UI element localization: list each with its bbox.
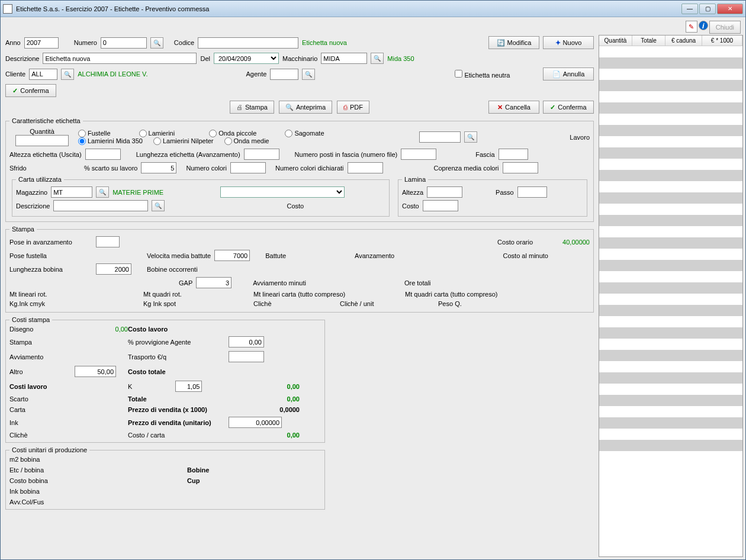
chiudi-button[interactable]: Chiudi	[709, 21, 741, 34]
totale-label: Totale	[128, 395, 229, 403]
coprenza-label: Coprenza media colori	[434, 165, 499, 172]
lamierini-radio[interactable]	[139, 130, 147, 137]
lamina-legend: Lamina	[402, 176, 428, 183]
altro-input[interactable]	[75, 366, 116, 377]
vel-label: Velocita media battute	[147, 252, 211, 259]
anno-input[interactable]	[24, 37, 59, 49]
magazzino-input[interactable]	[51, 186, 92, 198]
k-label: K	[128, 383, 132, 390]
agente-input[interactable]	[270, 69, 298, 80]
codice-label: Codice	[174, 39, 194, 46]
macchinario-input[interactable]	[321, 53, 367, 64]
lavoro-search-icon[interactable]: 🔍	[464, 131, 477, 143]
gap-input[interactable]	[196, 277, 231, 288]
nuovo-button[interactable]: ✦Nuovo	[543, 36, 594, 49]
conferma-button-2[interactable]: ✓Conferma	[543, 101, 594, 114]
lamina-costo-input[interactable]	[423, 200, 458, 211]
app-icon	[3, 4, 12, 14]
cancella-button[interactable]: ✕Cancella	[488, 101, 539, 114]
lamina-fieldset: Lamina Altezza Passo Costo	[398, 176, 587, 217]
carta-descrizione-search-icon[interactable]: 🔍	[152, 200, 165, 211]
help-print-icon[interactable]: ✎	[686, 21, 697, 33]
provv-input[interactable]	[229, 336, 264, 347]
lavoro-input[interactable]	[419, 131, 461, 143]
macchinario-search-icon[interactable]: 🔍	[371, 53, 384, 64]
conferma-button-1[interactable]: ✓Conferma	[5, 84, 56, 97]
grid-body[interactable]	[599, 46, 742, 462]
m2-bobina-label: m2 bobina	[9, 456, 187, 463]
cliente-search-icon[interactable]: 🔍	[61, 69, 74, 80]
annulla-button[interactable]: 📄Annulla	[543, 67, 594, 81]
prezzo-unit-input[interactable]	[229, 417, 282, 428]
coprenza-input[interactable]	[503, 162, 538, 173]
sagomate-radio[interactable]	[285, 130, 292, 137]
codice-input[interactable]	[198, 37, 298, 49]
agente-label: Agente	[246, 70, 266, 78]
k-input[interactable]	[175, 381, 202, 392]
lunghezza-etichetta-input[interactable]	[244, 149, 279, 160]
lunghezza-etichetta-label: Lunghezza etichetta (Avanzamento)	[136, 151, 240, 158]
lamina-costo-label: Costo	[402, 202, 419, 210]
costo-min-label: Costo al minuto	[503, 252, 548, 259]
numero-search-icon[interactable]: 🔍	[150, 37, 163, 49]
pdf-button[interactable]: ⎙PDF	[337, 101, 369, 114]
scarto-input[interactable]	[141, 162, 176, 173]
etichetta-neutra-checkbox[interactable]	[455, 70, 462, 78]
agente-search-icon[interactable]: 🔍	[302, 69, 315, 80]
sfrido-label: Sfrido	[9, 165, 81, 172]
numero-label: Numero	[74, 39, 97, 46]
lamierini-mida-radio[interactable]	[78, 137, 86, 145]
stampa-button[interactable]: 🖨Stampa	[230, 101, 274, 114]
altezza-etichetta-input[interactable]	[85, 149, 121, 160]
carta-combo[interactable]	[220, 186, 345, 198]
window-title: Etichette S.a.s. - Esercizio 2007 - Etic…	[16, 5, 681, 12]
ncolori-dich-input[interactable]	[348, 162, 383, 173]
vel-input[interactable]	[214, 250, 250, 261]
disegno-label: Disegno	[9, 326, 75, 333]
posti-fascia-input[interactable]	[401, 149, 436, 160]
grid-h-e1000: € * 1000	[702, 36, 742, 46]
etichetta-neutra-label: Etichetta neutra	[464, 72, 510, 79]
magazzino-search-icon[interactable]: 🔍	[96, 186, 109, 198]
costi-unitari-fieldset: Costi unitari di produzione m2 bobina Et…	[5, 446, 325, 510]
lamina-altezza-input[interactable]	[427, 186, 462, 198]
etichetta-nuova-text: Etichetta nuova	[302, 39, 347, 46]
lamina-altezza-label: Altezza	[402, 189, 423, 196]
anteprima-button[interactable]: 🔍Anteprima	[279, 101, 332, 114]
disegno-value: 0,00	[75, 326, 128, 333]
lamierini-nilpeter-radio[interactable]	[153, 137, 161, 145]
grid-h-quantita: Quantità	[599, 36, 632, 46]
ncolori-input[interactable]	[230, 162, 266, 173]
posti-fascia-label: Numero posti in fascia (numero file)	[295, 151, 398, 158]
numero-input[interactable]	[101, 37, 147, 49]
modifica-button[interactable]: 🔄Modifica	[488, 36, 539, 49]
stampa-legend: Stampa	[9, 226, 37, 233]
pose-avz-label: Pose in avanzamento	[9, 239, 92, 246]
lamina-passo-input[interactable]	[517, 186, 547, 198]
quantita-input[interactable]	[15, 135, 69, 146]
del-select[interactable]: 20/04/2009	[214, 53, 279, 64]
scarto-label: % scarto su lavoro	[84, 165, 137, 172]
macchinario-desc: Mida 350	[387, 55, 414, 62]
avv-min-label: Avviamento minuti	[253, 279, 306, 287]
onda-medie-radio[interactable]	[224, 137, 232, 145]
lungh-bob-input[interactable]	[96, 263, 131, 275]
info-icon[interactable]: i	[699, 21, 708, 30]
cliche-label: Clichè	[253, 300, 336, 307]
maximize-button[interactable]: ▢	[699, 4, 716, 14]
trasporto-input[interactable]	[229, 351, 264, 362]
grid-h-caduna: € caduna	[665, 36, 702, 46]
onda-piccole-radio[interactable]	[209, 130, 217, 137]
mt-quad-carta-label: Mt quadri carta (tutto compreso)	[405, 291, 498, 298]
descrizione-input[interactable]	[43, 53, 197, 64]
lamina-passo-label: Passo	[496, 189, 514, 196]
carta-descrizione-input[interactable]	[53, 200, 148, 211]
fascia-input[interactable]	[499, 149, 528, 160]
close-button[interactable]: ✕	[717, 4, 743, 14]
fustelle-radio[interactable]	[78, 130, 86, 137]
cliente-input[interactable]	[29, 69, 57, 80]
pose-avz-input[interactable]	[96, 236, 120, 247]
minimize-button[interactable]: —	[681, 4, 698, 14]
carta-legend: Carta utilizzata	[16, 176, 64, 183]
cliente-desc: ALCHIMIA DI LEONE V.	[78, 70, 147, 78]
